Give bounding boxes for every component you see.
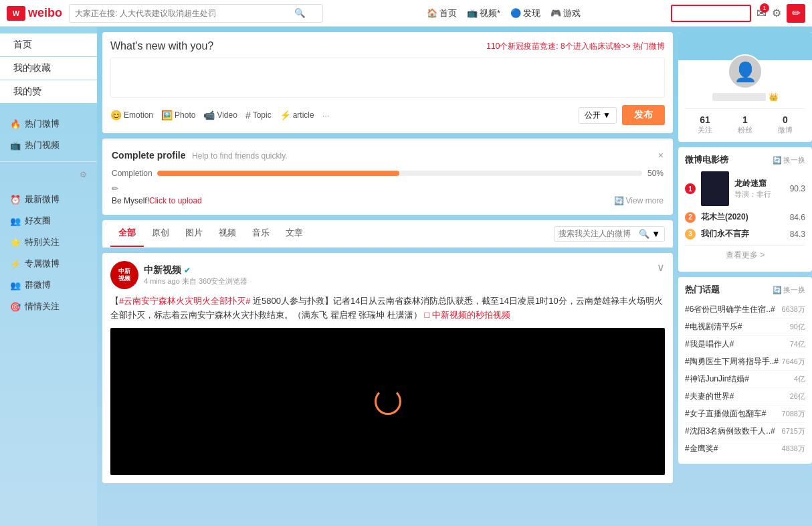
hot-name-6[interactable]: #夫妻的世界#: [685, 391, 734, 402]
settings-button[interactable]: ⚙: [772, 7, 781, 19]
hot-name-8[interactable]: #沈阳3名病例致数千人..#: [685, 426, 775, 437]
video-spinner: [375, 388, 401, 415]
hot-name-5[interactable]: #神话JunJin结婚#: [685, 373, 749, 385]
photo-tool[interactable]: 🖼️ Photo: [161, 110, 195, 120]
cp-title: Complete profile: [112, 150, 185, 161]
hot-item-1: #6省份已明确学生住宿..# 6638万: [685, 301, 805, 319]
sidebar: 首页 我的收藏 我的赞 🔥 热门微博 📺 热门视频 ⚙ ⏰ 最新微博 �: [0, 27, 97, 526]
sidebar-item-home[interactable]: 首页: [0, 33, 97, 56]
hot-name-2[interactable]: #电视剧清平乐#: [685, 321, 742, 333]
publish-button[interactable]: 发布: [622, 105, 665, 125]
nav-video[interactable]: 📺 视频*: [467, 7, 500, 19]
compose-button[interactable]: ✏: [787, 4, 805, 23]
sidebar-item-friends[interactable]: 👥 好友圈: [0, 210, 97, 232]
sidebar-item-group[interactable]: 👥 群微博: [0, 274, 97, 296]
hashtag-fire[interactable]: #云南安宁森林火灾明火全部扑灭#: [119, 296, 250, 306]
movie-chart-title: 微博电影榜: [685, 154, 728, 166]
tab-search-box[interactable]: 🔍 ▼: [554, 226, 665, 242]
movie-score-3: 84.3: [790, 230, 805, 239]
followers-count: 1: [738, 114, 752, 125]
progress-percent: 50%: [647, 169, 664, 178]
post-dropdown-button[interactable]: ∨: [657, 261, 665, 274]
movie-see-more[interactable]: 查看更多 >: [685, 245, 805, 265]
tab-original[interactable]: 原创: [144, 220, 177, 247]
sidebar-item-special-follow[interactable]: ⭐ 特别关注: [0, 232, 97, 253]
poster-name[interactable]: 中新视频: [144, 264, 181, 275]
emotion-tool[interactable]: 😊 Emotion: [110, 110, 153, 120]
stat-following[interactable]: 61 关注: [698, 114, 712, 135]
sidebar-item-favorites[interactable]: 我的收藏: [0, 57, 97, 80]
cp-close-button[interactable]: ×: [658, 150, 664, 161]
sidebar-item-emotion-follow[interactable]: 🎯 情情关注: [0, 296, 97, 317]
header-nav: 🏠 首页 📺 视频* 🔵 发现 🎮 游戏: [336, 7, 671, 19]
poster-info: 中新视频 中新视频 ✔ 4 mins ago 来自 360安全浏览器: [110, 261, 247, 289]
sidebar-item-likes[interactable]: 我的赞: [0, 80, 97, 103]
post-card-header: 中新视频 中新视频 ✔ 4 mins ago 来自 360安全浏览器 ∨: [110, 261, 665, 289]
hot-name-9[interactable]: #金鹰奖#: [685, 443, 718, 454]
sidebar-item-latest[interactable]: ⏰ 最新微博: [0, 189, 97, 210]
poster-details: 中新视频 ✔ 4 mins ago 来自 360安全浏览器: [144, 264, 247, 286]
search-bar[interactable]: 🔍: [69, 4, 323, 23]
complete-profile-card: Complete profile Help to find friends qu…: [102, 139, 673, 215]
posts-label: 微博: [778, 125, 793, 135]
search-button[interactable]: 🔍: [290, 5, 310, 21]
hot-count-9: 4838万: [782, 444, 805, 454]
video-thumbnail[interactable]: [110, 328, 665, 475]
post-box: What's new with you? 110个新冠疫苗竞速: 8个进入临床试…: [102, 32, 673, 133]
nav-discover[interactable]: 🔵 发现: [510, 7, 540, 19]
video-link[interactable]: □ 中新视频的秒拍视频: [424, 310, 510, 320]
user-search-input[interactable]: [672, 6, 750, 21]
hot-topics: 热门话题 🔄 换一换 #6省份已明确学生住宿..# 6638万 #电视剧清平乐#…: [678, 277, 812, 464]
hot-count-5: 4亿: [794, 374, 805, 384]
sidebar-divider: [0, 161, 97, 162]
mail-badge: 1: [760, 3, 769, 13]
nav-home[interactable]: 🏠 首页: [427, 7, 457, 19]
tab-music[interactable]: 音乐: [244, 220, 278, 247]
stat-followers[interactable]: 1 粉丝: [738, 114, 752, 135]
tab-search-input[interactable]: [559, 229, 639, 238]
more-tools[interactable]: ···: [322, 110, 330, 120]
video-tool-icon: 📹: [203, 110, 215, 120]
hot-name-7[interactable]: #女子直播做面包翻车#: [685, 408, 766, 420]
hot-name-3[interactable]: #我是唱作人#: [685, 339, 734, 350]
post-textarea[interactable]: [110, 58, 665, 98]
hot-name-4[interactable]: #陶勇医生下周将指导手..#: [685, 356, 779, 367]
verified-icon: ✔: [184, 266, 191, 275]
tab-article[interactable]: 文章: [278, 220, 311, 247]
video-tool[interactable]: 📹 Video: [203, 110, 237, 120]
stat-posts[interactable]: 0 微博: [778, 114, 793, 135]
hot-topics-refresh[interactable]: 🔄 换一换: [773, 285, 805, 295]
movie-item-1[interactable]: 1 龙岭迷窟 导演：非行 90.3: [685, 171, 805, 206]
user-search-box[interactable]: [671, 5, 751, 22]
star-icon: ⭐: [10, 238, 21, 248]
completion-row: Completion 50%: [112, 169, 664, 178]
movie-item-3[interactable]: 3 我们永不言弃 84.3: [685, 228, 805, 240]
sidebar-item-hot-video[interactable]: 📺 热门视频: [0, 135, 97, 156]
visibility-select[interactable]: 公开 ▼: [579, 107, 617, 124]
article-tool[interactable]: ⚡ article: [280, 110, 314, 120]
tab-all[interactable]: 全部: [110, 220, 144, 247]
topic-tool[interactable]: # Topic: [245, 110, 272, 120]
header: W weibo 🔍 🏠 首页 📺 视频* 🔵 发现 🎮 游戏 ✉ 1 ⚙ ✏: [0, 0, 812, 27]
movie-item-2[interactable]: 2 花木兰(2020) 84.6: [685, 211, 805, 223]
tab-video[interactable]: 视频: [211, 220, 244, 247]
view-more-button[interactable]: 🔄 View more: [614, 196, 664, 205]
post-hot-link[interactable]: 110个新冠疫苗竞速: 8个进入临床试验>> 热门微博: [486, 41, 665, 52]
clock-icon: ⏰: [10, 195, 21, 205]
tab-photo[interactable]: 图片: [177, 220, 211, 247]
hot-item-9: #金鹰奖# 4838万: [685, 440, 805, 457]
hot-name-1[interactable]: #6省份已明确学生住宿..#: [685, 304, 775, 315]
click-upload-link[interactable]: Click to upload: [149, 196, 202, 205]
movie-chart-refresh[interactable]: 🔄 换一换: [773, 155, 805, 165]
movie-rank-2: 2: [685, 212, 696, 223]
sidebar-item-hot-weibo[interactable]: 🔥 热门微博: [0, 113, 97, 135]
video-icon: 📺: [10, 141, 21, 151]
nav-game[interactable]: 🎮 游戏: [550, 7, 581, 19]
sidebar-gear-icon[interactable]: ⚙: [80, 170, 87, 179]
group-icon: 👥: [10, 280, 21, 290]
sidebar-item-exclusive[interactable]: ⚡ 专属微博: [0, 253, 97, 274]
mail-button[interactable]: ✉ 1: [756, 6, 767, 21]
search-input[interactable]: [70, 9, 290, 18]
post-tools: 😊 Emotion 🖼️ Photo 📹 Video # Topic: [110, 110, 330, 120]
profile-stats: 61 关注 1 粉丝 0 微博: [685, 108, 805, 135]
